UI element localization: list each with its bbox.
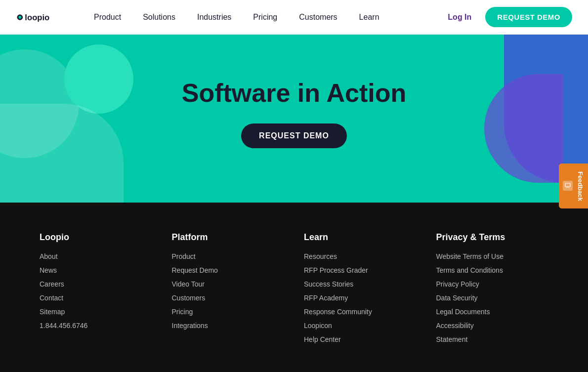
footer-col-learn: Learn Resources RFP Process Grader Succe… [304, 232, 417, 349]
hero-decoration-circle [64, 44, 133, 114]
hero-decoration-white-left [0, 104, 124, 203]
nav-solutions[interactable]: Solutions [134, 9, 184, 26]
footer-link-help-center[interactable]: Help Center [304, 335, 417, 343]
nav-product[interactable]: Product [85, 9, 130, 26]
footer-link-website-terms[interactable]: Website Terms of Use [436, 252, 549, 260]
footer-col-platform-title: Platform [172, 232, 285, 243]
footer-col-loopio: Loopio About News Careers Contact Sitema… [40, 232, 152, 349]
footer-link-about[interactable]: About [40, 252, 152, 260]
footer-link-statement[interactable]: Statement [436, 335, 549, 343]
footer-grid: Loopio About News Careers Contact Sitema… [40, 232, 548, 349]
footer-link-request-demo[interactable]: Request Demo [172, 266, 285, 274]
hero-cta-button[interactable]: REQUEST DEMO [241, 124, 347, 148]
footer-link-integrations[interactable]: Integrations [172, 322, 285, 330]
footer-link-legal-documents[interactable]: Legal Documents [436, 308, 549, 316]
footer-link-pricing[interactable]: Pricing [172, 308, 285, 316]
demo-button[interactable]: REQUEST DEMO [485, 7, 572, 27]
footer-link-response-community[interactable]: Response Community [304, 308, 417, 316]
footer-link-data-security[interactable]: Data Security [436, 294, 549, 302]
nav-right: Log In REQUEST DEMO [442, 7, 572, 27]
footer-link-loopicon[interactable]: Loopicon [304, 322, 417, 330]
navbar-logo[interactable]: loopio [16, 8, 65, 26]
footer-link-accessibility[interactable]: Accessibility [436, 322, 549, 330]
footer: Loopio About News Careers Contact Sitema… [0, 203, 588, 372]
footer-col-learn-title: Learn [304, 232, 417, 243]
hero-title: Software in Action [182, 79, 407, 107]
footer-link-customers[interactable]: Customers [172, 294, 285, 302]
svg-point-2 [18, 16, 21, 19]
nav-links: Product Solutions Industries Pricing Cus… [85, 9, 442, 26]
feedback-tab[interactable]: Feedback [559, 164, 588, 209]
footer-link-news[interactable]: News [40, 266, 152, 274]
svg-rect-0 [565, 183, 570, 187]
footer-col-loopio-title: Loopio [40, 232, 152, 243]
footer-link-terms-conditions[interactable]: Terms and Conditions [436, 266, 549, 274]
svg-text:loopio: loopio [25, 12, 49, 22]
footer-link-sitemap[interactable]: Sitemap [40, 308, 152, 316]
hero-decoration-right2 [484, 74, 563, 183]
footer-link-video-tour[interactable]: Video Tour [172, 280, 285, 288]
footer-link-privacy-policy[interactable]: Privacy Policy [436, 280, 549, 288]
feedback-icon [563, 181, 573, 191]
footer-col-privacy-title: Privacy & Terms [436, 232, 549, 243]
footer-link-phone[interactable]: 1.844.456.6746 [40, 322, 152, 330]
footer-link-rfp-grader[interactable]: RFP Process Grader [304, 266, 417, 274]
nav-learn[interactable]: Learn [350, 9, 388, 26]
footer-link-product[interactable]: Product [172, 252, 285, 260]
nav-customers[interactable]: Customers [290, 9, 346, 26]
footer-link-contact[interactable]: Contact [40, 294, 152, 302]
nav-pricing[interactable]: Pricing [244, 9, 286, 26]
login-button[interactable]: Log In [442, 8, 477, 26]
footer-col-privacy: Privacy & Terms Website Terms of Use Ter… [436, 232, 549, 349]
footer-link-careers[interactable]: Careers [40, 280, 152, 288]
nav-industries[interactable]: Industries [188, 9, 240, 26]
footer-link-resources[interactable]: Resources [304, 252, 417, 260]
footer-link-success-stories[interactable]: Success Stories [304, 280, 417, 288]
feedback-label: Feedback [577, 171, 584, 201]
footer-link-rfp-academy[interactable]: RFP Academy [304, 294, 417, 302]
footer-col-platform: Platform Product Request Demo Video Tour… [172, 232, 285, 349]
hero-section: Software in Action REQUEST DEMO [0, 35, 588, 203]
navbar: loopio Product Solutions Industries Pric… [0, 0, 588, 35]
